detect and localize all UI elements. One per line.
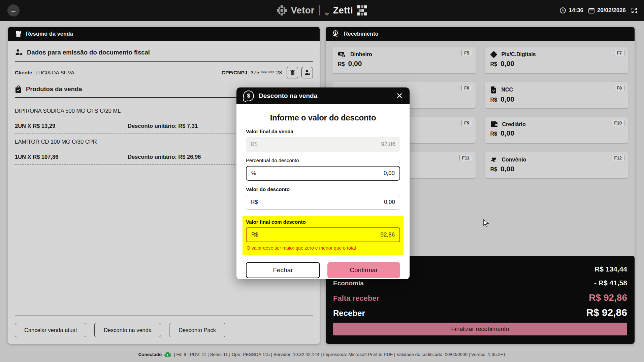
fkey-badge: F8 — [614, 85, 624, 91]
close-icon[interactable]: ✕ — [396, 92, 403, 100]
cpf-value: 375.***.***-28 — [249, 70, 282, 75]
payment-tile-dinheiro[interactable]: $ Dinheiro R$0,00 F5 — [332, 47, 476, 73]
economy-label: Economia — [333, 280, 364, 287]
vetor-pixel-cross-icon — [277, 5, 287, 15]
final-sale-value: 92,86 — [381, 141, 395, 148]
payment-tile-ncc[interactable]: NCC R$0,00 F8 — [485, 82, 628, 108]
logo-divider — [319, 5, 320, 15]
client-name: LUCIA DA SILVA — [34, 70, 74, 75]
sale-summary-title: Resumo da venda — [26, 31, 73, 37]
economy-value: - R$ 41,58 — [594, 279, 627, 287]
receipt-printer-icon — [15, 31, 22, 38]
pos-screen: ← Vetor by Zetti — [0, 0, 644, 362]
clock-block: 14:36 — [559, 7, 583, 14]
clock-icon — [559, 7, 566, 14]
payment-label: NCC — [502, 87, 513, 93]
remove-client-button[interactable] — [287, 67, 298, 78]
discount-value-input[interactable]: R$ 0,00 — [246, 195, 400, 210]
sale-summary-header: Resumo da venda — [8, 27, 320, 41]
payment-label: Dinheiro — [350, 51, 372, 58]
currency: R$ — [338, 61, 345, 67]
calendar-icon — [588, 7, 595, 14]
sale-discount-button[interactable]: Desconto na venda — [94, 323, 161, 337]
cancel-sale-button[interactable]: Cancelar venda atual — [15, 323, 86, 337]
remaining-value: R$ 92,86 — [589, 292, 627, 303]
product-qty: 2UN X R$ 13,29 — [15, 123, 128, 129]
date-block: 20/02/2026 — [588, 7, 626, 14]
change-client-button[interactable] — [301, 67, 313, 78]
payment-tile-crediario[interactable]: Crediário R$0,00 F10 — [485, 117, 628, 143]
total-value: R$ 134,44 — [594, 265, 627, 273]
pack-discount-button[interactable]: Desconto Pack — [169, 323, 225, 337]
percent-value: 0,00 — [384, 170, 395, 177]
payment-tile-pix[interactable]: Pix/C.Digitais R$0,00 F7 — [485, 47, 628, 73]
fullscreen-icon[interactable] — [631, 7, 638, 14]
hand-money-icon: $ — [332, 30, 340, 38]
heart-hand-icon — [490, 156, 497, 163]
economy-row: Economia - R$ 41,58 — [333, 279, 627, 287]
payment-value: 0,00 — [348, 60, 362, 68]
status-info: | Fil: 9 | PDV: 11 | Série: 11 | Ope: PE… — [174, 352, 506, 357]
top-bar-right: 14:36 20/02/2026 — [559, 0, 638, 21]
modal-close-button[interactable]: Fechar — [246, 262, 320, 278]
final-with-discount-value: 92,86 — [380, 231, 395, 238]
receiving-header: $ Recebimento — [326, 27, 635, 41]
document-check-icon — [490, 86, 497, 94]
fkey-badge: F11 — [459, 155, 472, 161]
person-card-icon — [15, 48, 23, 57]
brand-by: by — [325, 11, 329, 15]
back-button[interactable]: ← — [7, 4, 20, 16]
final-sale-label: Valor final da venda — [246, 129, 400, 134]
discount-modal-body: Informe o valor do desconto Valor final … — [236, 104, 410, 279]
product-discount: Desconto unitário: R$ 26,96 — [128, 154, 201, 160]
sale-actions: Cancelar venda atual Desconto na venda D… — [15, 316, 313, 337]
payment-label: Convênio — [502, 157, 526, 163]
fiscal-section-title-row: Dados para emissão do documento fiscal — [15, 48, 313, 57]
brand-zetti: Zetti — [333, 5, 353, 16]
final-with-discount-label: Valor final com desconto — [246, 219, 400, 225]
currency: R$ — [490, 131, 497, 137]
cpf-label: CPF/CNPJ: — [222, 70, 249, 75]
payment-value: 0,00 — [501, 95, 514, 103]
currency-prefix: R$ — [251, 141, 257, 147]
finalize-receiving-button[interactable]: Finalizar recebimento — [333, 323, 627, 335]
receive-row: Receber R$ 92,86 — [333, 307, 627, 318]
percent-field: Percentual do desconto % 0,00 — [246, 157, 400, 181]
fiscal-divider — [15, 61, 313, 62]
validation-error-text: O valor deve ser maior que zero e menor … — [246, 245, 400, 251]
top-bar: ← Vetor by Zetti — [0, 0, 644, 21]
svg-text:$: $ — [335, 31, 336, 34]
fkey-badge: F9 — [461, 120, 472, 126]
clock-time: 14:36 — [569, 7, 583, 14]
brand-vetor: Vetor — [291, 5, 315, 16]
svg-text:$: $ — [343, 55, 344, 58]
discount-modal-heading: Informe o valor do desconto — [246, 113, 400, 122]
connected-label: Conectado — [138, 352, 162, 357]
percent-prefix: % — [251, 170, 256, 176]
fiscal-section-title: Dados para emissão do documento fiscal — [27, 49, 150, 56]
back-arrow-icon: ← — [10, 7, 17, 14]
currency: R$ — [490, 167, 497, 173]
receiving-title: Recebimento — [344, 31, 379, 37]
payment-value: 0,00 — [501, 60, 514, 68]
fkey-badge: F7 — [614, 50, 624, 56]
cloud-sync-icon — [164, 352, 171, 357]
client-info: Cliente: LUCIA DA SILVA — [15, 70, 74, 76]
payment-label: Pix/C.Digitais — [502, 51, 536, 58]
wallet-icon — [490, 121, 498, 128]
currency-prefix: R$ — [251, 199, 258, 205]
payment-tile-convenio[interactable]: Convênio R$0,00 F12 — [485, 152, 628, 178]
fkey-badge: F5 — [461, 50, 472, 56]
percent-input[interactable]: % 0,00 — [246, 166, 400, 181]
discount-modal-header: $ Desconto na venda ✕ — [236, 87, 410, 104]
final-with-discount-input[interactable]: R$ 92,86 — [246, 227, 400, 242]
final-with-discount-field: Valor final com desconto R$ 92,86 O valo… — [243, 216, 404, 255]
remaining-row: Falta receber R$ 92,86 — [333, 292, 627, 303]
trash-icon — [290, 70, 295, 76]
modal-confirm-button[interactable]: Confirmar — [327, 262, 400, 278]
currency-prefix: R$ — [251, 232, 258, 238]
currency: R$ — [490, 97, 497, 103]
products-section-title: Produtos da venda — [26, 85, 82, 93]
payment-label: Crediário — [502, 121, 526, 128]
cash-icon: $ — [338, 51, 346, 58]
